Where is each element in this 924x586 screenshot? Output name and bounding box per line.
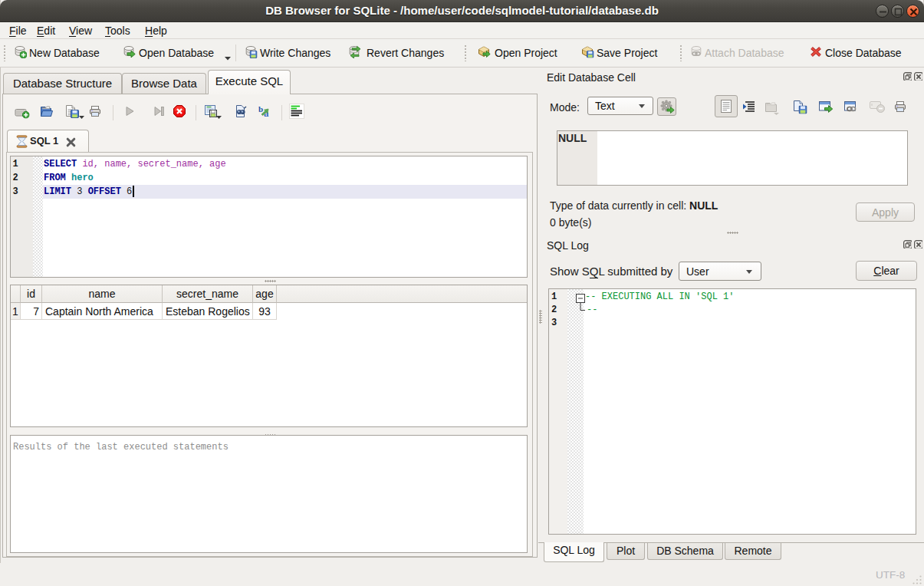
svg-text:b: b (258, 104, 263, 114)
